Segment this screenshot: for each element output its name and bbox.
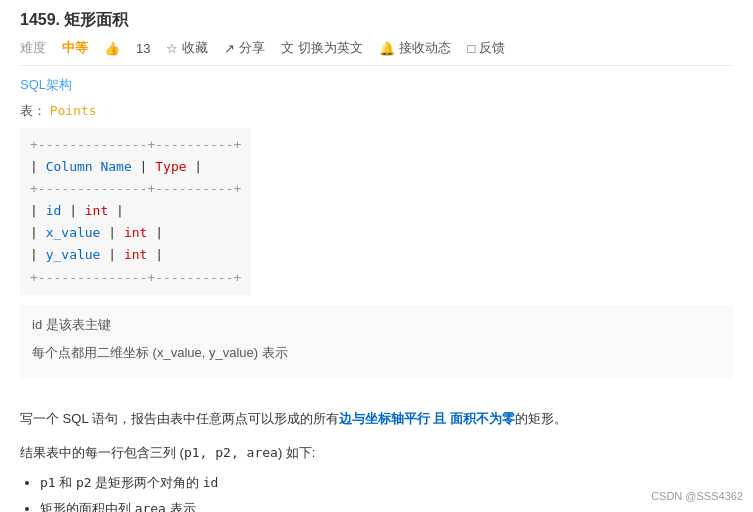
translate-icon: 文 (281, 39, 294, 57)
schema-divider-mid: +--------------+----------+ (30, 178, 241, 200)
desc-id-primary: id 是该表主键 (32, 313, 721, 338)
breadcrumb[interactable]: SQL架构 (20, 76, 733, 94)
schema-divider-bot: +--------------+----------+ (30, 267, 241, 289)
bullet-list: p1 和 p2 是矩形两个对角的 id 矩形的面积由列 area 表示 (40, 470, 733, 512)
result-section: 结果表中的每一行包含三列 (p1, p2, area) 如下: (20, 440, 733, 466)
problem-end: 的矩形。 (515, 411, 567, 426)
difficulty-label: 难度 (20, 39, 46, 57)
problem-highlight: 边与坐标轴平行 且 面积不为零 (339, 411, 515, 426)
bell-icon: 🔔 (379, 41, 395, 56)
result-intro: 结果表中的每一行包含三列 (p1, p2, area) 如下: (20, 445, 315, 460)
share-button[interactable]: ↗ 分享 (224, 39, 265, 57)
description-section: id 是该表主键 每个点都用二维坐标 (x_value, y_value) 表示 (20, 305, 733, 378)
difficulty-value: 中等 (62, 39, 88, 57)
collect-button[interactable]: ☆ 收藏 (166, 39, 208, 57)
problem-intro: 写一个 SQL 语句，报告由表中任意两点可以形成的所有 (20, 411, 339, 426)
share-icon: ↗ (224, 41, 235, 56)
table-name: Points (50, 103, 97, 118)
table-label: 表： Points (20, 102, 733, 120)
like-icon: 👍 (104, 41, 120, 56)
schema-row-xvalue: | x_value | int | (30, 222, 241, 244)
toolbar: 难度 中等 👍 13 ☆ 收藏 ↗ 分享 文 切换为英文 🔔 接收动态 □ 反馈 (20, 39, 733, 66)
problem-section: 写一个 SQL 语句，报告由表中任意两点可以形成的所有边与坐标轴平行 且 面积不… (20, 406, 733, 432)
schema-row-yvalue: | y_value | int | (30, 244, 241, 266)
feedback-button[interactable]: □ 反馈 (467, 39, 505, 57)
schema-table: +--------------+----------+ | Column Nam… (20, 128, 251, 295)
switch-lang-button[interactable]: 文 切换为英文 (281, 39, 363, 57)
page-title: 1459. 矩形面积 (20, 10, 128, 31)
feedback-icon: □ (467, 41, 475, 56)
watermark: CSDN @SSS4362 (651, 490, 743, 502)
schema-divider-top: +--------------+----------+ (30, 134, 241, 156)
desc-coordinates: 每个点都用二维坐标 (x_value, y_value) 表示 (32, 341, 721, 366)
like-count: 13 (136, 41, 150, 56)
schema-header: | Column Name | Type | (30, 156, 241, 178)
bullet-p1p2: p1 和 p2 是矩形两个对角的 id (40, 470, 733, 496)
bullet-area: 矩形的面积由列 area 表示 (40, 496, 733, 512)
star-icon: ☆ (166, 41, 178, 56)
schema-row-id: | id | int | (30, 200, 241, 222)
receive-notify-button[interactable]: 🔔 接收动态 (379, 39, 451, 57)
